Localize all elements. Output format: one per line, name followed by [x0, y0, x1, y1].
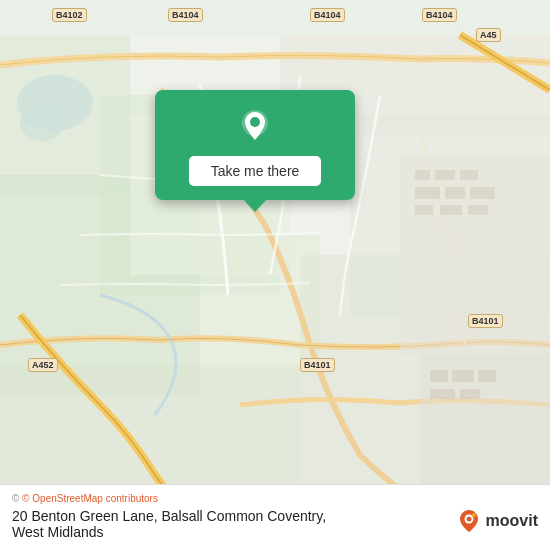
bottom-bar: © © OpenStreetMap contributors 20 Benton…: [0, 484, 550, 550]
svg-rect-19: [415, 205, 433, 215]
map-background: [0, 0, 550, 550]
moovit-brand-text: moovit: [486, 512, 538, 530]
popup-card: Take me there: [155, 90, 355, 200]
svg-rect-21: [468, 205, 488, 215]
road-badge-b4104-3: B4104: [422, 8, 457, 22]
svg-rect-25: [478, 370, 496, 382]
road-badge-b4104-2: B4104: [310, 8, 345, 22]
svg-rect-26: [430, 389, 455, 399]
road-badge-b4101-2: B4101: [468, 314, 503, 328]
map-container: B4102 B4104 B4104 B4104 A45 A452 B4101 B…: [0, 0, 550, 550]
location-pin-icon: [236, 108, 274, 146]
road-badge-a452: A452: [28, 358, 58, 372]
svg-point-29: [250, 117, 260, 127]
svg-rect-16: [415, 187, 440, 199]
svg-rect-14: [435, 170, 455, 180]
moovit-icon: [456, 508, 482, 534]
svg-rect-20: [440, 205, 462, 215]
road-badge-b4104-1: B4104: [168, 8, 203, 22]
svg-rect-11: [200, 235, 320, 375]
svg-rect-24: [452, 370, 474, 382]
take-me-there-button[interactable]: Take me there: [189, 156, 322, 186]
svg-rect-18: [470, 187, 495, 199]
road-badge-a45: A45: [476, 28, 501, 42]
svg-rect-27: [460, 389, 480, 399]
svg-rect-23: [430, 370, 448, 382]
svg-point-31: [466, 517, 471, 522]
road-badge-b4101-1: B4101: [300, 358, 335, 372]
osm-link[interactable]: © OpenStreetMap contributors: [22, 493, 158, 504]
svg-rect-13: [415, 170, 430, 180]
moovit-logo: moovit: [456, 508, 538, 534]
attribution-text: © © OpenStreetMap contributors: [12, 493, 538, 504]
svg-rect-17: [445, 187, 465, 199]
svg-point-32: [472, 513, 476, 517]
svg-rect-15: [460, 170, 478, 180]
road-badge-b4102: B4102: [52, 8, 87, 22]
